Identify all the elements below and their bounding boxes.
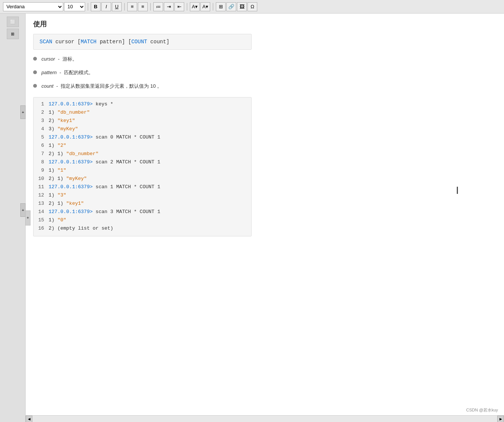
line-content: 2) "key1" [49, 117, 75, 125]
scroll-left-arrow[interactable]: ◀ [26, 416, 32, 422]
scroll-track[interactable] [32, 416, 497, 422]
param-pattern-sep: - [60, 70, 63, 75]
outdent-button[interactable]: ⇤ [174, 2, 184, 11]
syntax-count-bracket-close: ] [166, 39, 169, 45]
syntax-match-bracket-close: ] [122, 39, 125, 45]
terminal-line: 72) 1) "db_number" [35, 150, 250, 158]
syntax-match-bracket: [ [78, 39, 81, 45]
toolbar-sep-1 [88, 3, 88, 11]
list-button[interactable]: ≔ [153, 2, 163, 11]
line-number: 3 [35, 117, 49, 125]
line-part: keys * [93, 101, 113, 107]
line-part: scan 3 MATCH * COUNT 1 [93, 209, 160, 215]
toolbar-font-group: Verdana 10 [3, 2, 85, 11]
terminal-line: 151) "0" [35, 216, 250, 225]
bullet-item-count: count - 指定从数据集里返回多少元素，默认值为 10 。 [33, 83, 496, 90]
line-part: "1" [57, 168, 66, 173]
underline-button[interactable]: U [112, 2, 122, 11]
bullet-dot-pattern [33, 70, 37, 74]
line-number: 11 [35, 183, 49, 192]
line-content: 127.0.0.1:6379> scan 1 MATCH * COUNT 1 [49, 183, 160, 192]
special-button[interactable]: Ω [247, 2, 257, 11]
line-number: 14 [35, 208, 49, 216]
line-content: 2) 1) "db_number" [49, 150, 99, 158]
line-part: 1) [49, 143, 57, 148]
line-part: "2" [57, 143, 66, 148]
terminal-line: 8127.0.0.1:6379> scan 2 MATCH * COUNT 1 [35, 158, 250, 167]
underline-icon: U [115, 4, 118, 9]
line-number: 5 [35, 134, 49, 142]
line-number: 8 [35, 158, 49, 167]
color-buttons: A▾ A▾ [190, 2, 210, 11]
text-color-button[interactable]: A▾ [200, 2, 210, 11]
fold-button-top[interactable]: + [20, 105, 26, 119]
bullet-item-pattern: pattern - 匹配的模式。 [33, 69, 496, 76]
line-part: "key1" [57, 118, 75, 123]
font-size-select[interactable]: 10 [64, 2, 85, 11]
line-part: 2) 1) [49, 201, 66, 206]
italic-button[interactable]: I [101, 2, 111, 11]
bullet-text-pattern: pattern - 匹配的模式。 [41, 69, 93, 76]
line-number: 12 [35, 192, 49, 200]
param-cursor-desc: 游标。 [63, 56, 77, 62]
bullet-item-cursor: cursor - 游标。 [33, 56, 496, 62]
terminal-line: 91) "1" [35, 167, 250, 175]
syntax-pattern: pattern [96, 39, 122, 45]
line-part: "myKey" [57, 126, 78, 132]
line-number: 2 [35, 109, 49, 117]
indent-button[interactable]: ⇥ [164, 2, 174, 11]
param-cursor-sep: - [58, 56, 61, 62]
param-count-sep: - [56, 83, 59, 89]
image-button[interactable]: 🖼 [237, 2, 247, 11]
sidebar-icon-2[interactable]: ⊞ [7, 29, 19, 39]
link-button[interactable]: 🔗 [226, 2, 236, 11]
line-number: 10 [35, 175, 49, 183]
terminal-line: 102) 1) "myKey" [35, 175, 250, 183]
align-left-button[interactable]: ≡ [127, 2, 137, 11]
param-count-desc: 指定从数据集里返回多少元素，默认值为 10 。 [61, 83, 162, 89]
align-buttons: ≡ ≡ [127, 2, 148, 11]
line-number: 15 [35, 216, 49, 225]
line-content: 1) "db_number" [49, 109, 90, 117]
sidebar-icon-1[interactable]: ⬜ [7, 17, 19, 27]
line-number: 4 [35, 125, 49, 134]
align-center-button[interactable]: ≡ [138, 2, 148, 11]
bold-icon: B [94, 4, 97, 9]
watermark: CSDN @若水kuy [466, 407, 498, 413]
insert-buttons: ⊞ 🔗 🖼 Ω [216, 2, 257, 11]
scroll-right-arrow[interactable]: ▶ [497, 416, 504, 422]
line-part: "db_number" [66, 151, 99, 157]
line-number: 9 [35, 167, 49, 175]
line-part: 2) 1) [49, 176, 66, 181]
table-button[interactable]: ⊞ [216, 2, 226, 11]
highlight-button[interactable]: A▾ [190, 2, 200, 11]
font-select[interactable]: Verdana [3, 2, 63, 11]
section-header: 使用 [33, 20, 496, 29]
line-part: 127.0.0.1:6379> [49, 184, 93, 190]
line-part: 127.0.0.1:6379> [49, 209, 93, 215]
line-number: 6 [35, 142, 49, 150]
bold-button[interactable]: B [91, 2, 101, 11]
terminal-line: 1127.0.0.1:6379> keys * [35, 101, 250, 109]
line-content: 2) 1) "myKey" [49, 175, 87, 183]
terminal-line: 43) "myKey" [35, 125, 250, 134]
syntax-count-val: count [147, 39, 166, 45]
fold-button-mid[interactable]: + [20, 203, 26, 217]
terminal-line: 121) "3" [35, 192, 250, 200]
param-count-key: count [41, 83, 53, 89]
terminal-line: 132) 1) "key1" [35, 200, 250, 208]
sidebar-expand-button[interactable]: + [25, 210, 31, 225]
terminal-line: 11127.0.0.1:6379> scan 1 MATCH * COUNT 1 [35, 183, 250, 192]
terminal-block: 1127.0.0.1:6379> keys *21) "db_number"32… [33, 97, 252, 236]
line-part: 2) 1) [49, 151, 66, 157]
line-part: 127.0.0.1:6379> [49, 101, 93, 107]
param-pattern-key: pattern [41, 70, 57, 75]
main-content: 使用 SCAN cursor [MATCH pattern] [COUNT co… [26, 14, 504, 422]
line-part: "myKey" [66, 176, 87, 181]
line-part: 1) [49, 110, 57, 115]
list-buttons: ≔ ⇥ ⇤ [153, 2, 184, 11]
toolbar-sep-3 [150, 3, 151, 11]
line-number: 13 [35, 200, 49, 208]
syntax-cursor: cursor [55, 39, 78, 45]
toolbar: Verdana 10 B I U ≡ ≡ ≔ ⇥ ⇤ A▾ A▾ ⊞ 🔗 🖼 Ω [0, 0, 504, 14]
